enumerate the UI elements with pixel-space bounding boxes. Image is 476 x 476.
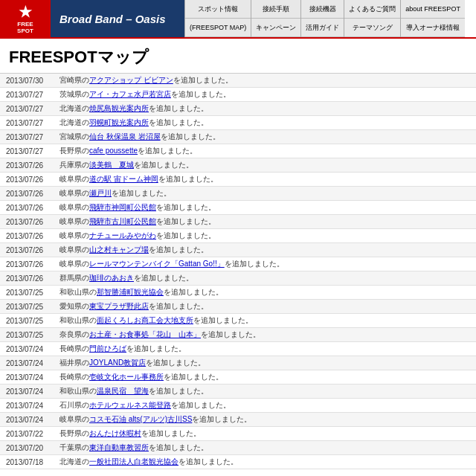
entry-link[interactable]: 面起くろしお商工会大地支所 [97, 316, 193, 324]
entry-link[interactable]: 飛騨市古川町公民館 [89, 217, 156, 225]
entry-date: 2013/07/22 [6, 430, 60, 438]
nav-faq-top[interactable]: よくあるご質問 [344, 0, 400, 19]
list-item: 2013/07/26兵庫県の淡美鶴 夏城を追加しました。 [0, 158, 476, 173]
entry-text: 岐阜県の瀬戸川を追加しました。 [60, 188, 171, 199]
entry-date: 2013/07/24 [6, 387, 60, 396]
list-item: 2013/07/27北海道の羽幌町観光案内所を追加しました。 [0, 116, 476, 130]
entry-link[interactable]: お土産・お食事処「花山 山本」 [89, 330, 201, 338]
list-item: 2013/07/27茨城県のアイ・カフェ水戸若宮店を追加しました。 [0, 88, 476, 102]
entry-text: 長崎県の壱岐文化ホール事務所を追加しました。 [60, 372, 223, 382]
entry-date: 2013/07/26 [6, 260, 60, 268]
nav-faq-bottom[interactable]: テーマソング [344, 19, 400, 37]
entry-date: 2013/07/27 [6, 105, 60, 113]
entry-date: 2013/07/26 [6, 204, 60, 212]
list-item: 2013/07/24和歌山県の温泉民宿 望海を追加しました。 [0, 385, 476, 399]
entry-text: 和歌山県の那智勝浦町観光協会を追加しました。 [60, 287, 223, 298]
logo-text: ★ FREESPOT [17, 3, 33, 34]
list-item: 2013/07/27北海道の焼尻島観光案内所を追加しました。 [0, 102, 476, 116]
nav-about-top[interactable]: about FREESPOT [401, 0, 465, 19]
entry-date: 2013/07/26 [6, 161, 60, 170]
entry-text: 岐阜県の道の駅 宙ドーム神岡を追加しました。 [60, 174, 218, 184]
list-item: 2013/07/25奈良県のお土産・お食事処「花山 山本」を追加しました。 [0, 328, 476, 342]
entry-date: 2013/07/30 [6, 77, 60, 85]
entry-link[interactable]: cafe poussette [89, 147, 138, 155]
list-item: 2013/07/24長崎県の門前ひろばを追加しました。 [0, 342, 476, 356]
entry-text: 岐阜県のナチュールみやがわを追加しました。 [60, 231, 216, 241]
list-item: 2013/07/20千葉県の東洋自動車教習所を追加しました。 [0, 441, 476, 455]
entry-text: 石川県のホテルウェルネス能登路を追加しました。 [60, 400, 231, 411]
nav-about-bottom[interactable]: 導入オーナ様情報 [401, 19, 465, 37]
list-item: 2013/07/25和歌山県の面起くろしお商工会大地支所を追加しました。 [0, 314, 476, 328]
list-item: 2013/07/26岐阜県の瀬戸川を追加しました。 [0, 187, 476, 201]
entry-date: 2013/07/24 [6, 373, 60, 382]
nav-spot-bottom[interactable]: (FREESPOT MAP) [185, 19, 251, 37]
list-item: 2013/07/26岐阜県のナチュールみやがわを追加しました。 [0, 229, 476, 243]
entry-text: 和歌山県の温泉民宿 望海を追加しました。 [60, 386, 208, 396]
entry-link[interactable]: 東洋自動車教習所 [89, 443, 149, 451]
nav-connect-top[interactable]: 接続手順 [251, 0, 300, 19]
nav-connect-bottom[interactable]: キャンペーン [251, 19, 300, 37]
entry-text: 長野県のおんたけ休暇村を追加しました。 [60, 428, 201, 439]
nav-spot-top[interactable]: スポット情報 [185, 0, 251, 19]
entry-link[interactable]: 山之村キャンプ場 [89, 245, 149, 254]
brand-text: Broad Band – Oasis [60, 13, 166, 25]
entry-link[interactable]: おんたけ休暇村 [89, 429, 141, 437]
entry-date: 2013/07/18 [6, 458, 60, 466]
entry-text: 北海道の一般社団法人白老観光協会を追加しました。 [60, 457, 238, 467]
entry-date: 2013/07/27 [6, 147, 60, 155]
entry-link[interactable]: 仙台 秋保温泉 岩沼屋 [89, 132, 161, 141]
entry-text: 宮城県の仙台 秋保温泉 岩沼屋を追加しました。 [60, 132, 220, 142]
entry-date: 2013/07/26 [6, 190, 60, 198]
entry-text: 奈良県のお土産・お食事処「花山 山本」を追加しました。 [60, 329, 260, 340]
entry-date: 2013/07/24 [6, 359, 60, 367]
entry-link[interactable]: 東宝プラザ野此店 [89, 302, 149, 310]
entry-link[interactable]: アクアショップ ビビアン [89, 76, 173, 84]
entry-link[interactable]: 道の駅 宙ドーム神岡 [89, 175, 158, 183]
entry-date: 2013/07/24 [6, 402, 60, 410]
nav-device-bottom[interactable]: 活用ガイド [301, 19, 344, 37]
entry-text: 兵庫県の淡美鶴 夏城を追加しました。 [60, 160, 193, 170]
list-item: 2013/07/24石川県のホテルウェルネス能登路を追加しました。 [0, 399, 476, 413]
list-item: 2013/07/24福井県のJOYLAND教賀店を追加しました。 [0, 356, 476, 370]
entry-date: 2013/07/25 [6, 317, 60, 325]
entry-link[interactable]: JOYLAND教賀店 [89, 358, 146, 367]
entry-date: 2013/07/27 [6, 119, 60, 127]
entry-date: 2013/07/25 [6, 331, 60, 339]
entry-link[interactable]: コスモ石油 alts(アルツ)古川SS [89, 415, 192, 423]
entry-date: 2013/07/25 [6, 289, 60, 297]
list-item: 2013/07/25和歌山県の那智勝浦町観光協会を追加しました。 [0, 286, 476, 300]
logo: ★ FREESPOT [0, 0, 51, 37]
nav-col-1: スポット情報 (FREESPOT MAP) [184, 0, 251, 37]
entry-text: 北海道の羽幌町観光案内所を追加しました。 [60, 118, 208, 128]
nav-col-3: 接続機器 活用ガイド [300, 0, 344, 37]
entry-text: 和歌山県の面起くろしお商工会大地支所を追加しました。 [60, 315, 253, 326]
list-item: 2013/07/26岐阜県の飛騨市神岡町公民館を追加しました。 [0, 201, 476, 215]
entry-link[interactable]: 一般社団法人白老観光協会 [89, 457, 178, 466]
entry-text: 岐阜県のレールマウンテンバイク「Gattan Go!!」を追加しました。 [60, 259, 284, 269]
entry-link[interactable]: ホテルウェルネス能登路 [89, 401, 171, 409]
entry-link[interactable]: 飛騨市神岡町公民館 [89, 203, 156, 211]
entry-date: 2013/07/26 [6, 246, 60, 254]
list-item: 2013/07/24岐阜県のコスモ石油 alts(アルツ)古川SSを追加しました… [0, 413, 476, 427]
entry-link[interactable]: ナチュールみやがわ [89, 231, 156, 239]
entry-link[interactable]: 門前ひろば [89, 344, 126, 353]
entry-link[interactable]: 那智勝浦町観光協会 [97, 288, 164, 296]
entry-text: 岐阜県の飛騨市古川町公民館を追加しました。 [60, 216, 216, 227]
entry-text: 茨城県のアイ・カフェ水戸若宮店を追加しました。 [60, 89, 231, 100]
nav-device-top[interactable]: 接続機器 [301, 0, 344, 19]
entry-link[interactable]: アイ・カフェ水戸若宮店 [89, 90, 171, 98]
entry-link[interactable]: レールマウンテンバイク「Gattan Go!!」 [89, 260, 225, 268]
list-item: 2013/07/18北海道の一般社団法人白老観光協会を追加しました。 [0, 455, 476, 469]
entry-text: 岐阜県のコスモ石油 alts(アルツ)古川SSを追加しました。 [60, 414, 251, 425]
entry-link[interactable]: 珈琲のあおき [89, 274, 134, 282]
entry-link[interactable]: 羽幌町観光案内所 [89, 118, 149, 126]
entry-link[interactable]: 焼尻島観光案内所 [89, 104, 149, 112]
entry-link[interactable]: 壱岐文化ホール事務所 [89, 373, 164, 381]
logo-star: ★ [17, 3, 33, 21]
entry-link[interactable]: 瀬戸川 [89, 189, 112, 197]
entry-link[interactable]: 温泉民宿 望海 [97, 387, 149, 395]
entry-text: 愛知県の東宝プラザ野此店を追加しました。 [60, 301, 208, 312]
entry-link[interactable]: 淡美鶴 夏城 [89, 161, 134, 169]
entry-text: 長野県のcafe poussetteを追加しました。 [60, 146, 197, 156]
entry-text: 宮崎県のアクアショップ ビビアンを追加しました。 [60, 75, 233, 86]
